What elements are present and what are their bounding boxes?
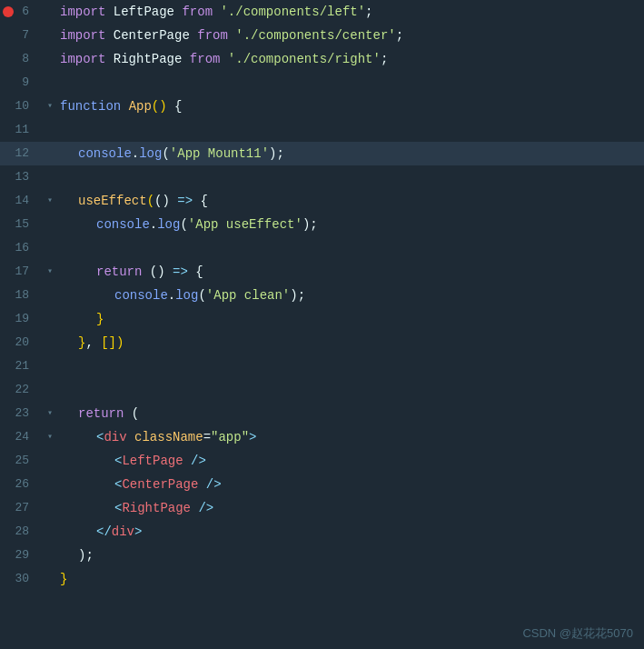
table-row: 19 } [0,307,644,331]
token: = [203,430,211,444]
token: './components/right' [228,52,381,66]
line-number: 28 [0,520,44,544]
code-line-content: console.log('App clean'); [56,284,644,307]
token: . [132,146,139,161]
table-row: 14▾useEffect(() => { [0,189,644,213]
token: from [190,52,228,66]
table-row: 29 ); [0,544,644,567]
token: [] [101,335,116,350]
table-row: 21 [0,354,644,378]
token: ( [162,146,169,161]
code-line-content: }, []) [56,331,644,354]
table-row: 16 [0,236,644,260]
token: function [60,99,129,114]
table-row: 28 </div> [0,520,644,544]
code-line-content: <LeftPage /> [56,449,644,473]
line-number: 7 [0,24,44,47]
fold-arrow[interactable]: ▾ [44,260,56,284]
breakpoint-icon [3,6,14,17]
token: './components/left' [220,5,365,19]
token: import [60,52,114,66]
token: => [177,194,193,208]
token: div [104,430,126,444]
token: return [78,406,124,421]
token: console [78,146,132,161]
token: </ [96,524,112,539]
line-number: 26 [0,473,44,496]
token: ); [290,288,305,303]
fold-arrow[interactable]: ▾ [44,425,56,449]
code-area: 6 import LeftPage from './components/lef… [0,0,644,591]
table-row: 26 <CenterPage /> [0,473,644,496]
table-row: 30 } [0,567,644,591]
code-line-content: import LeftPage from './components/left'… [56,0,644,24]
token: } [60,572,67,586]
token: /> [206,477,222,492]
token: () [142,265,173,279]
code-line-content: useEffect(() => { [56,189,644,213]
line-number: 23 [0,402,44,425]
token: /> [198,501,213,515]
code-line-content: <CenterPage /> [56,473,644,496]
line-number: 12 [0,142,44,165]
token: ); [269,146,284,161]
token: className [134,430,203,444]
table-row: 22 [0,378,644,402]
line-number: 15 [0,213,44,236]
line-number: 14 [0,189,44,213]
table-row: 15 console.log('App useEffect'); [0,213,644,236]
token: RightPage [122,501,198,515]
token: import [60,5,114,19]
token: CenterPage [114,28,197,43]
token: return [96,265,142,279]
token: ) [116,335,124,350]
table-row: 18 console.log('App clean'); [0,284,644,307]
watermark: CSDN @赵花花5070 [522,625,633,642]
table-row: 25 <LeftPage /> [0,449,644,473]
table-row: 6 import LeftPage from './components/lef… [0,0,644,24]
code-line-content: return ( [56,402,644,425]
token: log [139,146,162,161]
table-row: 9 [0,71,644,95]
token: 'App useEffect' [188,217,302,232]
line-number: 18 [0,284,44,307]
token: './components/center' [235,28,395,43]
line-number: 16 [0,236,44,260]
code-editor: 6 import LeftPage from './components/lef… [0,0,644,649]
line-number: 9 [0,71,44,95]
fold-arrow[interactable]: ▾ [44,95,56,118]
token: 'App clean' [206,288,290,303]
token: => [173,265,188,279]
token: ( [198,288,205,303]
line-number: 17 [0,260,44,284]
token: > [249,430,256,444]
token: "app" [211,430,249,444]
line-number: 22 [0,378,44,402]
table-row: 13 [0,165,644,189]
token: log [175,288,198,303]
line-number: 24 [0,425,44,449]
code-line-content: import RightPage from './components/righ… [56,47,644,71]
table-row: 11 [0,118,644,142]
table-row: 24▾<div className="app"> [0,425,644,449]
token: () [154,194,177,208]
token: from [182,5,220,19]
token: } [96,312,104,326]
fold-arrow[interactable]: ▾ [44,402,56,425]
token: () [152,99,167,114]
line-number: 20 [0,331,44,354]
token: CenterPage [122,477,205,492]
token: > [134,524,142,539]
token: ( [147,194,154,208]
token: { [167,99,183,114]
token: import [60,28,114,43]
token: console [114,288,168,303]
token: App [129,99,152,114]
token: 'App Mount11' [170,146,269,161]
token: . [168,288,175,303]
code-line-content: <div className="app"> [56,425,644,449]
code-line-content: import CenterPage from './components/cen… [56,24,644,47]
fold-arrow[interactable]: ▾ [44,189,56,213]
table-row: 27 <RightPage /> [0,496,644,520]
line-number: 8 [0,47,44,71]
